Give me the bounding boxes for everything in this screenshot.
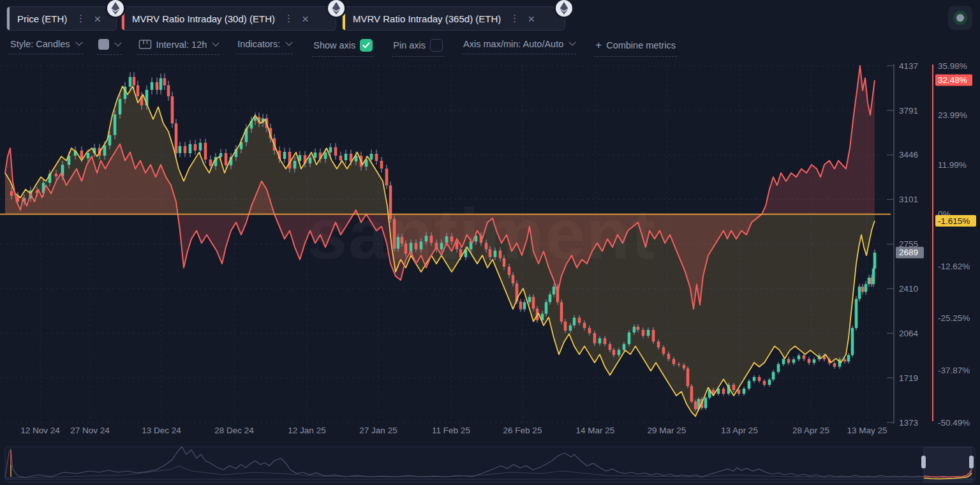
chart-toolbar: Style: Candles Interval: 12h Indicators:… xyxy=(0,36,980,59)
interval-icon xyxy=(138,39,152,50)
interval-label: Interval: 12h xyxy=(156,40,207,50)
eth-logo-icon xyxy=(107,0,124,17)
tab-mvrv-365d[interactable]: MVRV Ratio Intraday (365d) (ETH) ⋮ × xyxy=(342,6,565,31)
recording-status-button[interactable] xyxy=(948,6,972,30)
style-label: Style: Candles xyxy=(10,39,70,49)
tab-menu-icon[interactable]: ⋮ xyxy=(510,13,520,24)
tab-close-icon[interactable]: × xyxy=(302,13,309,25)
chevron-down-icon xyxy=(569,39,576,46)
tab-mvrv-30d[interactable]: MVRV Ratio Intraday (30d) (ETH) ⋮ × xyxy=(121,6,336,31)
tab-close-icon[interactable]: × xyxy=(94,13,101,25)
tab-accent-bar xyxy=(7,7,10,30)
tab-label: Price (ETH) xyxy=(17,13,67,24)
style-selector[interactable]: Style: Candles xyxy=(9,36,83,54)
color-swatch-selector[interactable] xyxy=(97,36,122,55)
axis-maxmin-label: Axis max/min: Auto/Auto xyxy=(463,39,563,49)
pin-axis-checkbox[interactable] xyxy=(430,39,443,52)
tab-close-icon[interactable]: × xyxy=(528,13,535,25)
show-axis-toggle[interactable]: Show axis xyxy=(312,36,374,57)
metric-tabs-bar: Price (ETH) ⋮ × MVRV Ratio Intraday (30d… xyxy=(0,0,980,36)
indicators-label: Indicators: xyxy=(237,39,280,49)
chevron-down-icon xyxy=(75,39,82,46)
recording-ring-icon xyxy=(953,11,967,25)
pin-axis-label: Pin axis xyxy=(393,40,426,50)
tab-price-eth[interactable]: Price (ETH) ⋮ × xyxy=(6,6,117,31)
timeline-navigator[interactable] xyxy=(0,0,980,485)
color-swatch xyxy=(98,39,109,50)
tab-menu-icon[interactable]: ⋮ xyxy=(76,13,86,24)
combine-metrics-button[interactable]: + Combine metrics xyxy=(594,36,677,57)
indicators-selector[interactable]: Indicators: xyxy=(236,36,293,54)
eth-logo-icon xyxy=(328,0,345,17)
chevron-down-icon xyxy=(114,39,121,46)
eth-logo-icon xyxy=(556,0,572,17)
navigator-handle-left[interactable] xyxy=(921,456,926,468)
plus-icon: + xyxy=(595,39,602,52)
axis-maxmin-selector[interactable]: Axis max/min: Auto/Auto xyxy=(462,36,576,54)
interval-selector[interactable]: Interval: 12h xyxy=(137,36,220,55)
tab-menu-icon[interactable]: ⋮ xyxy=(284,13,294,24)
tab-label: MVRV Ratio Intraday (30d) (ETH) xyxy=(132,13,275,24)
chevron-down-icon xyxy=(212,39,219,46)
combine-metrics-label: Combine metrics xyxy=(606,40,676,50)
navigator-handle-right[interactable] xyxy=(969,456,974,468)
recording-dot-icon xyxy=(956,14,964,22)
chevron-down-icon xyxy=(286,39,293,46)
santiment-chart-app: santiment4137379134463101275524102064171… xyxy=(0,0,980,485)
tab-label: MVRV Ratio Intraday (365d) (ETH) xyxy=(353,13,501,24)
show-axis-label: Show axis xyxy=(313,40,355,50)
pin-axis-toggle[interactable]: Pin axis xyxy=(392,36,444,57)
show-axis-checkbox[interactable] xyxy=(360,39,373,52)
